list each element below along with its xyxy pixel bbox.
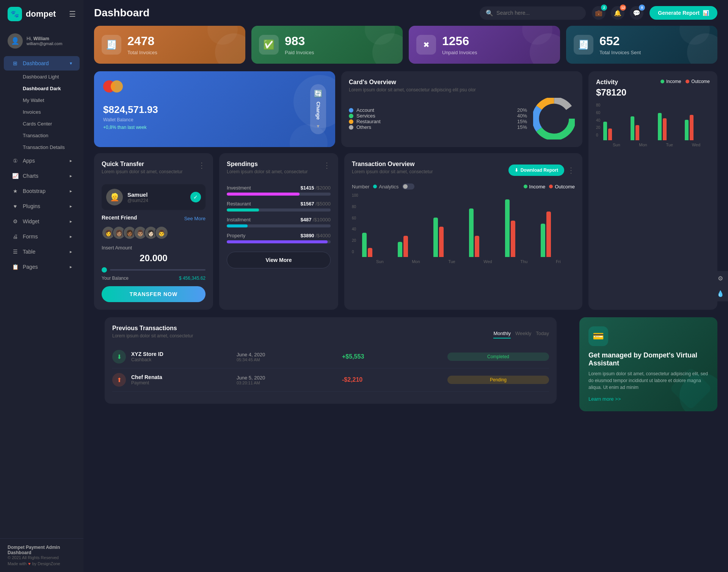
topbar: Dashboard 🔍 💼 2 🔔 12 💬 8 Generate Report… <box>83 0 728 26</box>
balance-label: Your Balance <box>102 276 129 281</box>
notification-button[interactable]: 🔔 12 <box>611 6 624 20</box>
virtual-assistant-card: 💳 Get managed by Dompet's Virtual Assist… <box>579 317 717 411</box>
sidebar-item-plugins[interactable]: ♥ Plugins ▸ <box>4 199 80 213</box>
hamburger-button[interactable]: ☰ <box>69 9 76 19</box>
big-income-bar <box>362 233 367 257</box>
sidebar-item-label: Pages <box>23 264 38 270</box>
stat-card-unpaid: ✖ 1256 Unpaid Invoices <box>409 26 560 64</box>
progress-fill <box>227 224 248 227</box>
download-report-button[interactable]: ⬇ Download Report <box>508 165 564 176</box>
spending-name: Installment <box>227 217 251 223</box>
generate-report-label: Generate Report <box>658 10 700 16</box>
generate-report-button[interactable]: Generate Report 📊 <box>650 6 717 20</box>
spending-amounts: $1567 /$5000 <box>300 201 331 207</box>
search-input[interactable] <box>496 10 572 16</box>
friends-avatars: 👩 👩🏽 👩🏾 👨🏽 👩🏻 👨 <box>102 226 206 240</box>
slider-track <box>110 269 206 271</box>
sidebar-item-label: Plugins <box>23 203 40 209</box>
sidebar-sub-my-wallet[interactable]: My Wallet <box>19 95 80 106</box>
spendings-dots-menu[interactable]: ⋮ <box>323 161 331 170</box>
tab-monthly[interactable]: Monthly <box>493 331 511 338</box>
bootstrap-icon: ★ <box>11 188 19 194</box>
sidebar-sub-transaction[interactable]: Transaction <box>19 130 80 141</box>
settings-float-button[interactable]: ⚙ <box>713 271 728 286</box>
transfer-now-button[interactable]: TRANSFER NOW <box>102 286 206 302</box>
page-title: Dashboard <box>94 7 474 19</box>
spendings-list: Investment $1415 /$2000 <box>227 185 331 243</box>
income-bar <box>631 116 634 140</box>
logo-area: 🐾 dompet ☰ <box>0 0 83 28</box>
see-more-link[interactable]: See More <box>184 216 206 221</box>
va-learn-more-link[interactable]: Learn more >> <box>588 396 621 402</box>
legend-label-account: Account <box>356 107 374 113</box>
recent-friends-header: Recent Friend See More <box>102 215 206 222</box>
trans-date: June 4, 2020 <box>237 352 338 357</box>
prev-trans-title-group: Previous Transactions Lorem ipsum dolor … <box>112 325 193 344</box>
stats-row: 🧾 2478 Total Invoices ✅ 983 Paid Invoice… <box>83 26 728 71</box>
activity-legend: Income Outcome <box>661 79 710 84</box>
sidebar-sub-invoices[interactable]: Invoices <box>19 107 80 118</box>
slider-dot <box>102 267 107 273</box>
sidebar-item-table[interactable]: ☰ Table ▸ <box>4 244 80 259</box>
income-bar <box>685 120 689 140</box>
view-more-button[interactable]: View More <box>227 252 331 268</box>
chevron-right-icon: ▸ <box>70 173 72 179</box>
big-bar-chart <box>362 196 575 257</box>
tab-weekly[interactable]: Weekly <box>515 331 531 338</box>
apps-icon: ① <box>11 158 19 164</box>
stat-value-unpaid: 1256 <box>442 34 477 48</box>
user-greeting: Hi, William <box>27 36 62 41</box>
trans-dots-menu[interactable]: ⋮ <box>567 166 575 175</box>
sidebar-item-bootstrap[interactable]: ★ Bootstrap ▸ <box>4 184 80 198</box>
footer-made-with: Made with ♥ by DesignZone <box>8 561 76 566</box>
amount-slider[interactable] <box>102 267 206 273</box>
sidebar-sub-transaction-details[interactable]: Transaction Details <box>19 142 80 153</box>
chevron-right-icon: ▸ <box>70 264 72 270</box>
sidebar-sub-dashboard-dark[interactable]: Dashboard Dark <box>19 83 80 94</box>
download-icon: ⬇ <box>515 168 518 173</box>
amount-label: Insert Amount <box>102 245 206 251</box>
stat-label-unpaid: Unpaid Invoices <box>442 50 477 55</box>
outcome-bar <box>635 125 639 141</box>
sidebar-item-pages[interactable]: 📋 Pages ▸ <box>4 260 80 274</box>
income-bar <box>603 122 607 141</box>
middle-left: $824,571.93 Wallet Balance +0,8% than la… <box>94 71 582 310</box>
stat-label-total: Total Invoices <box>127 50 157 55</box>
dots-menu-icon[interactable]: ⋮ <box>198 161 206 170</box>
tab-today[interactable]: Today <box>536 331 549 338</box>
big-income-bar <box>505 199 510 257</box>
sidebar-sub-dashboard-light[interactable]: Dashboard Light <box>19 71 80 82</box>
big-bar-group <box>469 208 503 257</box>
legend-dot-services <box>349 114 353 118</box>
sidebar-item-charts[interactable]: 📈 Charts ▸ <box>4 169 80 183</box>
spending-header: Investment $1415 /$2000 <box>227 185 331 191</box>
legend-dot-others <box>349 125 353 130</box>
sidebar-item-forms[interactable]: 🖨 Forms ▸ <box>4 229 80 244</box>
floating-buttons: ⚙ 💧 <box>713 271 728 301</box>
message-button[interactable]: 💬 8 <box>630 6 643 20</box>
search-icon: 🔍 <box>486 9 493 17</box>
briefcase-button[interactable]: 💼 2 <box>592 6 606 20</box>
stat-icon-paid: ✅ <box>259 35 279 55</box>
stat-value-total: 2478 <box>127 34 157 48</box>
chevron-right-icon: ▸ <box>70 188 72 194</box>
spending-name: Restaurant <box>227 201 251 207</box>
sidebar-item-widget[interactable]: ⚙ Widget ▸ <box>4 214 80 229</box>
stat-icon-unpaid: ✖ <box>416 35 436 55</box>
legend-item-others: Others 15% <box>349 124 527 130</box>
user-profile: 👤 Hi, William william@gmail.com <box>0 28 83 52</box>
theme-float-button[interactable]: 💧 <box>713 286 728 301</box>
bottom-row: Previous Transactions Lorem ipsum dolor … <box>83 317 728 419</box>
dashboard-icon: ⊞ <box>11 60 19 66</box>
sidebar-item-label: Bootstrap <box>23 188 46 194</box>
heart-icon: ♥ <box>28 561 31 566</box>
spending-amounts: $1415 /$2000 <box>300 185 331 191</box>
analytics-dot <box>373 185 377 188</box>
spendings-title: Spendings <box>227 161 308 168</box>
sidebar-item-dashboard[interactable]: ⊞ Dashboard ▾ <box>4 56 80 71</box>
filter-analytics[interactable]: Analytics <box>373 184 399 190</box>
sidebar-sub-cards-center[interactable]: Cards Center <box>19 118 80 129</box>
trans-header-right: ⬇ Download Report ⋮ <box>508 165 575 176</box>
sidebar-item-apps[interactable]: ① Apps ▸ <box>4 154 80 168</box>
toggle-switch[interactable] <box>402 183 414 190</box>
